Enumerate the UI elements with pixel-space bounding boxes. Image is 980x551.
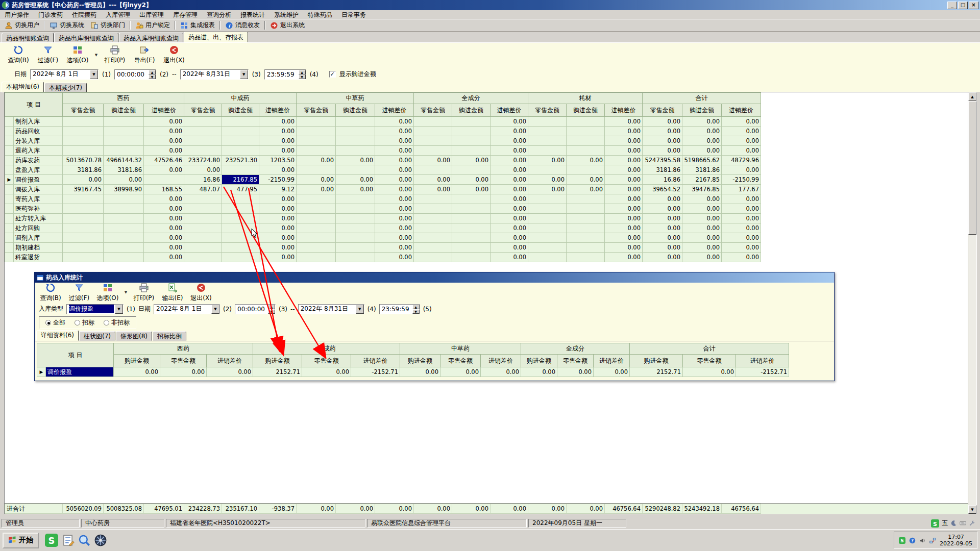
grid-cell[interactable]: 0.00 <box>567 156 605 165</box>
grid-cell[interactable]: 2152.71 <box>630 367 683 377</box>
grid-cell[interactable]: 0.00 <box>722 136 761 146</box>
quick-button[interactable]: i消息收发 <box>222 20 263 31</box>
grid-cell[interactable] <box>184 194 222 204</box>
launcher-notes-icon[interactable] <box>61 534 75 547</box>
grid-cell[interactable] <box>222 117 259 127</box>
grid-cell[interactable]: 0.00 <box>375 165 414 175</box>
grid-cell[interactable]: 0.00 <box>605 223 643 233</box>
grid-cell[interactable]: 16.86 <box>184 175 222 185</box>
grid-cell[interactable] <box>336 214 375 223</box>
grid-cell[interactable]: 3181.86 <box>682 165 722 175</box>
grid-cell[interactable]: 0.00 <box>144 136 184 146</box>
popup-time-from-input[interactable]: 00:00:00 ▲ ▼ <box>235 304 276 314</box>
grid-cell[interactable] <box>414 243 452 253</box>
grid-cell[interactable] <box>184 146 222 156</box>
grid-cell[interactable]: 5198665.62 <box>682 156 722 165</box>
grid-cell[interactable] <box>452 243 491 253</box>
grid-cell[interactable] <box>336 223 375 233</box>
grid-cell[interactable]: 0.00 <box>605 214 643 223</box>
time-from-input[interactable]: 00:00:00 ▲ ▼ <box>114 69 156 80</box>
grid-cell[interactable] <box>567 194 605 204</box>
grid-cell[interactable]: 0.00 <box>722 233 761 243</box>
grid-cell[interactable]: 0.00 <box>414 156 452 165</box>
grid-cell[interactable] <box>414 204 452 214</box>
grid-cell[interactable] <box>222 243 259 253</box>
grid-cell[interactable]: 39654.52 <box>643 185 682 194</box>
grid-cell[interactable]: 5290248.82 <box>643 504 682 514</box>
grid-cell[interactable]: 47526.46 <box>144 156 184 165</box>
grid-cell[interactable]: 0.00 <box>722 146 761 156</box>
row-label[interactable]: 调剂入库 <box>14 233 63 243</box>
grid-cell[interactable]: 0.00 <box>375 185 414 194</box>
grid-cell[interactable] <box>567 204 605 214</box>
grid-cell[interactable] <box>528 127 567 136</box>
grid-cell[interactable]: 487.07 <box>184 185 222 194</box>
menu-item[interactable]: 报表统计 <box>236 10 270 19</box>
grid-cell[interactable]: 0.00 <box>375 204 414 214</box>
grid-cell[interactable]: 0.00 <box>528 504 567 514</box>
grid-cell[interactable] <box>63 204 104 214</box>
grid-cell[interactable] <box>452 204 491 214</box>
grid-cell[interactable]: 0.00 <box>605 117 643 127</box>
grid-cell[interactable]: 0.00 <box>605 165 643 175</box>
grid-cell[interactable]: 0.00 <box>297 504 336 514</box>
grid-cell[interactable]: 0.00 <box>375 175 414 185</box>
volume-icon[interactable] <box>919 537 926 544</box>
spin-down-icon[interactable]: ▼ <box>149 74 156 79</box>
grid-cell[interactable]: 0.00 <box>144 204 184 214</box>
grid-cell[interactable]: 0.00 <box>682 136 722 146</box>
grid-cell[interactable] <box>414 146 452 156</box>
grid-cell[interactable]: 0.00 <box>722 214 761 223</box>
grid-cell[interactable] <box>452 233 491 243</box>
grid-cell[interactable] <box>452 146 491 156</box>
spin-down-icon[interactable]: ▼ <box>412 309 420 314</box>
start-button[interactable]: 开始 <box>3 533 39 548</box>
grid-cell[interactable]: 5247395.58 <box>643 156 682 165</box>
grid-cell[interactable] <box>452 117 491 127</box>
grid-cell[interactable] <box>567 136 605 146</box>
grid-cell[interactable] <box>336 117 375 127</box>
grid-cell[interactable] <box>567 117 605 127</box>
radio-option[interactable]: 全部 <box>45 318 65 327</box>
grid-cell[interactable]: 0.00 <box>414 175 452 185</box>
grid-cell[interactable] <box>63 253 104 262</box>
grid-cell[interactable] <box>528 223 567 233</box>
grid-cell[interactable] <box>63 243 104 253</box>
row-label[interactable]: 科室退货 <box>14 253 63 262</box>
grid-cell[interactable]: 0.00 <box>207 367 253 377</box>
vertical-scrollbar[interactable]: ▲ ▼ <box>968 92 976 514</box>
grid-cell[interactable]: -2150.99 <box>722 175 761 185</box>
popup-date-from-select[interactable]: 2022年 8月 1日 ▼ <box>154 304 220 314</box>
grid-cell[interactable]: 0.00 <box>722 223 761 233</box>
grid-cell[interactable] <box>63 117 104 127</box>
toolbar-dropdown-arrow[interactable]: ▼ <box>93 44 100 66</box>
toolbar-button[interactable]: 过滤(F) <box>34 44 62 66</box>
grid-cell[interactable]: 9.12 <box>259 185 297 194</box>
grid-cell[interactable]: -2152.71 <box>351 367 400 377</box>
quick-button[interactable]: 切换用户 <box>2 20 42 31</box>
grid-cell[interactable] <box>336 233 375 243</box>
grid-cell[interactable]: 0.00 <box>722 117 761 127</box>
grid-cell[interactable]: 4966144.32 <box>104 156 144 165</box>
popup-date-to-select[interactable]: 2022年 8月31日 ▼ <box>298 304 364 314</box>
grid-cell[interactable]: 0.00 <box>259 194 297 204</box>
grid-cell[interactable]: 0.00 <box>491 223 528 233</box>
grid-cell[interactable]: 0.00 <box>491 156 528 165</box>
grid-cell[interactable]: 0.00 <box>682 223 722 233</box>
grid-cell[interactable]: 0.00 <box>491 233 528 243</box>
grid-cell[interactable] <box>452 223 491 233</box>
maximize-button[interactable]: □ <box>958 2 968 9</box>
row-label[interactable]: 盘盈入库 <box>14 165 63 175</box>
grid-cell[interactable]: 232521.30 <box>222 156 259 165</box>
row-label[interactable]: 处方转入库 <box>14 214 63 223</box>
grid-cell[interactable] <box>222 223 259 233</box>
row-label[interactable]: 退药入库 <box>14 146 63 156</box>
grid-cell[interactable] <box>528 146 567 156</box>
period-tab[interactable]: 本期减少(7) <box>44 83 87 92</box>
menu-item[interactable]: 入库管理 <box>101 10 135 19</box>
scroll-down-icon[interactable]: ▼ <box>968 505 976 514</box>
grid-cell[interactable]: 0.00 <box>114 367 160 377</box>
grid-cell[interactable]: 0.00 <box>259 223 297 233</box>
grid-cell[interactable]: 0.00 <box>144 194 184 204</box>
grid-cell[interactable]: 0.00 <box>643 146 682 156</box>
